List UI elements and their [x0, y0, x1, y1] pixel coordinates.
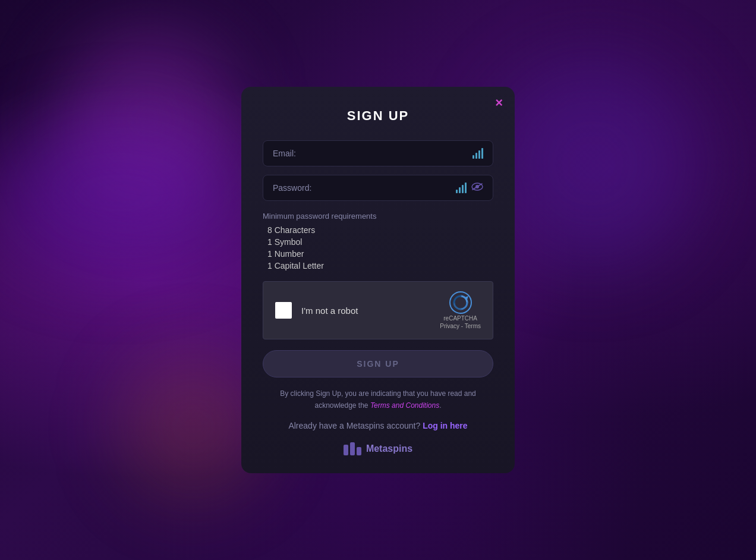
- bar-3: [462, 185, 464, 193]
- toggle-password-visibility-icon[interactable]: [471, 183, 483, 193]
- svg-point-3: [450, 292, 471, 313]
- email-field-group: Email:: [263, 140, 493, 166]
- logo-bar-3: [357, 447, 361, 455]
- logo-bar-2: [350, 442, 355, 455]
- email-label: Email:: [273, 149, 314, 158]
- captcha-label: I'm not a robot: [301, 306, 358, 316]
- login-here-link[interactable]: Log in here: [423, 421, 467, 430]
- bar-2: [459, 187, 461, 193]
- signal-icon-password: [456, 183, 467, 193]
- terms-text: By clicking Sign Up, you are indicating …: [263, 388, 493, 411]
- req-symbol: 1 Symbol: [263, 236, 493, 248]
- brand-footer: Metaspins: [263, 442, 493, 455]
- bar-1: [456, 190, 458, 193]
- email-icons: [472, 148, 483, 159]
- login-text: Already have a Metaspins account? Log in…: [263, 421, 493, 430]
- signup-modal: × SIGN UP Email: Password:: [241, 87, 515, 473]
- terms-link[interactable]: Terms and Conditions: [370, 401, 439, 410]
- signal-icon: [472, 148, 483, 159]
- close-button[interactable]: ×: [495, 96, 503, 109]
- recaptcha-logo: [449, 291, 472, 314]
- modal-title: SIGN UP: [263, 108, 493, 124]
- svg-line-2: [472, 184, 482, 190]
- req-characters: 8 Characters: [263, 224, 493, 236]
- recaptcha-terms-link[interactable]: Terms: [465, 323, 481, 329]
- bar-1: [472, 155, 474, 159]
- brand-logo: [344, 442, 361, 455]
- recaptcha-brand: reCAPTCHA: [443, 315, 477, 322]
- req-capital: 1 Capital Letter: [263, 260, 493, 272]
- email-input[interactable]: [320, 149, 467, 158]
- req-heading: Minimum password requirements: [263, 212, 493, 221]
- terms-text-after: .: [439, 401, 441, 410]
- recaptcha-dash: -: [459, 323, 465, 329]
- bar-2: [475, 153, 477, 159]
- password-input[interactable]: [320, 183, 450, 193]
- captcha-left: I'm not a robot: [275, 302, 358, 319]
- password-label: Password:: [273, 183, 314, 193]
- signup-button[interactable]: SIGN UP: [263, 350, 493, 377]
- login-text-before: Already have a Metaspins account?: [288, 421, 420, 430]
- password-icons: [456, 183, 483, 193]
- brand-name: Metaspins: [366, 443, 412, 454]
- recaptcha-box: I'm not a robot reCAPTCHA Privacy - Term…: [263, 281, 493, 339]
- req-number: 1 Number: [263, 248, 493, 260]
- password-requirements: Minimum password requirements 8 Characte…: [263, 209, 493, 281]
- bar-3: [478, 150, 480, 159]
- captcha-right: reCAPTCHA Privacy - Terms: [440, 291, 481, 329]
- bg-shape-2: [0, 119, 238, 268]
- bg-shape-4: [489, 59, 697, 268]
- bar-4: [465, 183, 467, 193]
- not-a-robot-checkbox[interactable]: [275, 302, 292, 319]
- password-field-group: Password:: [263, 175, 493, 201]
- recaptcha-links: Privacy - Terms: [440, 323, 481, 329]
- bar-4: [481, 148, 483, 159]
- recaptcha-privacy-link[interactable]: Privacy: [440, 323, 459, 329]
- logo-bar-1: [344, 445, 348, 455]
